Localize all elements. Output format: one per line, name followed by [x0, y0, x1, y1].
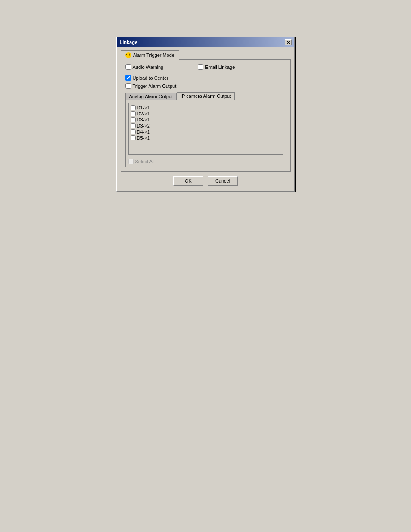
upload-center-checkbox[interactable] — [125, 75, 131, 81]
audio-warning-checkbox[interactable] — [125, 64, 131, 70]
analog-tab-label: Analog Alarm Output — [129, 94, 173, 99]
audio-warning-row: Audio Warning — [125, 64, 164, 70]
tab-ip-camera-alarm-output[interactable]: IP camera Alarm Output — [177, 92, 235, 100]
output-list: D1->1 D2->1 D3->1 D3->2 — [128, 103, 283, 155]
output-checkbox-d5-1[interactable] — [131, 135, 136, 140]
output-checkbox-d3-1[interactable] — [131, 117, 136, 122]
output-label-d3-1: D3->1 — [137, 117, 150, 122]
upload-center-row: Upload to Center — [125, 75, 286, 81]
list-item: D3->2 — [131, 123, 281, 128]
tab-analog-alarm-output[interactable]: Analog Alarm Output — [125, 93, 177, 100]
tab-header: 🛡 Alarm Trigger Mode — [121, 50, 291, 60]
output-label-d5-1: D5->1 — [137, 135, 150, 140]
email-linkage-checkbox[interactable] — [198, 64, 203, 70]
cancel-button[interactable]: Cancel — [208, 176, 238, 186]
title-bar: Linkage ✕ — [117, 37, 294, 47]
email-linkage-label: Email Linkage — [205, 65, 235, 70]
select-all-row: Select All — [128, 157, 283, 164]
list-item: D3->1 — [131, 117, 281, 122]
checkbox-row-1: Audio Warning Email Linkage — [125, 64, 286, 72]
output-checkbox-d1-1[interactable] — [131, 105, 136, 110]
linkage-dialog: Linkage ✕ 🛡 Alarm Trigger Mode Audio War… — [116, 37, 295, 192]
trigger-alarm-checkbox[interactable] — [125, 83, 131, 89]
list-item: D1->1 — [131, 105, 281, 110]
output-label-d4-1: D4->1 — [137, 129, 150, 134]
trigger-alarm-row: Trigger Alarm Output — [125, 83, 286, 89]
list-item: D4->1 — [131, 129, 281, 134]
shield-icon: 🛡 — [125, 52, 131, 58]
inner-tab-content: D1->1 D2->1 D3->1 D3->2 — [125, 100, 286, 167]
dialog-body: 🛡 Alarm Trigger Mode Audio Warning Email… — [117, 47, 294, 191]
ip-camera-tab-label: IP camera Alarm Output — [181, 93, 231, 99]
output-checkbox-d4-1[interactable] — [131, 129, 136, 134]
list-item: D2->1 — [131, 111, 281, 116]
output-label-d2-1: D2->1 — [137, 111, 150, 116]
close-button[interactable]: ✕ — [285, 39, 292, 45]
select-all-label: Select All — [135, 159, 155, 164]
inner-tab-header: Analog Alarm Output IP camera Alarm Outp… — [125, 92, 286, 100]
tab-content: Audio Warning Email Linkage Upload to Ce… — [121, 59, 291, 172]
inner-tab-group: Analog Alarm Output IP camera Alarm Outp… — [125, 92, 286, 167]
output-checkbox-d2-1[interactable] — [131, 111, 136, 116]
output-label-d1-1: D1->1 — [137, 105, 150, 110]
button-row: OK Cancel — [121, 176, 291, 187]
output-checkbox-d3-2[interactable] — [131, 123, 136, 128]
trigger-alarm-label: Trigger Alarm Output — [133, 84, 177, 89]
ok-button[interactable]: OK — [173, 176, 203, 186]
tab-alarm-trigger-mode[interactable]: 🛡 Alarm Trigger Mode — [121, 50, 180, 60]
list-item: D5->1 — [131, 135, 281, 140]
audio-warning-label: Audio Warning — [133, 65, 164, 70]
upload-center-label: Upload to Center — [133, 75, 168, 81]
select-all-checkbox[interactable] — [128, 159, 134, 164]
tab-label: Alarm Trigger Mode — [133, 53, 175, 58]
email-linkage-row: Email Linkage — [198, 64, 235, 70]
dialog-title: Linkage — [120, 40, 138, 45]
output-label-d3-2: D3->2 — [137, 123, 150, 128]
